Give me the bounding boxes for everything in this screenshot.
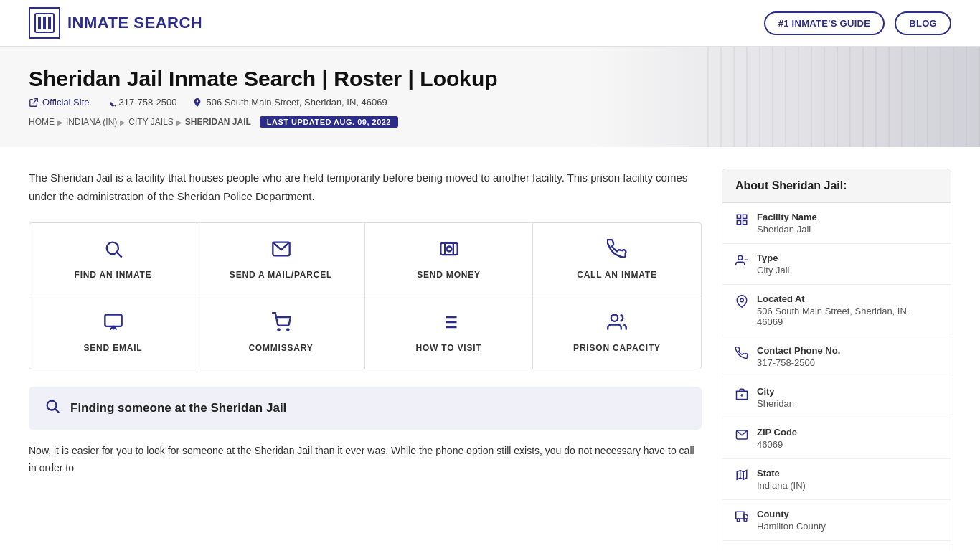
cart-icon [271, 312, 291, 337]
county-icon [735, 510, 748, 527]
contact-phone-label: Contact Phone No. [757, 345, 840, 356]
county-value: Hamilton County [757, 521, 826, 532]
hero-section: Sheridan Jail Inmate Search | Roster | L… [0, 47, 980, 147]
send-email-label: SEND EMAIL [83, 343, 142, 353]
breadcrumb-city-jails[interactable]: CITY JAILS [128, 117, 173, 127]
send-mail-label: SEND A MAIL/PARCEL [230, 270, 332, 280]
breadcrumb-home[interactable]: HOME [29, 117, 55, 127]
grid-icon [735, 213, 748, 230]
commissary-label: COMMISSARY [248, 343, 313, 353]
blog-button[interactable]: BLOG [895, 11, 951, 35]
action-row-1: FIND AN INMATE SEND A MAIL/PARCEL SEND M… [29, 223, 701, 296]
how-to-visit-cell[interactable]: HOW TO VISIT [365, 296, 533, 369]
find-inmate-cell[interactable]: FIND AN INMATE [29, 223, 197, 296]
call-inmate-cell[interactable]: CALL AN INMATE [533, 223, 701, 296]
send-money-cell[interactable]: SEND MONEY [365, 223, 533, 296]
svg-point-4 [106, 242, 118, 254]
header-nav: #1 INMATE'S GUIDE BLOG [764, 11, 951, 35]
send-email-cell[interactable]: SEND EMAIL [29, 296, 197, 369]
type-item: Type City Jail [722, 244, 951, 285]
about-card: About Sheridan Jail: Facility Name Sheri… [722, 169, 951, 551]
facility-name-label: Facility Name [757, 212, 817, 222]
official-site-link-text[interactable]: Official Site [42, 97, 90, 108]
county-content: County Hamilton County [757, 509, 826, 532]
contact-phone-item: Contact Phone No. 317-758-2500 [722, 336, 951, 377]
inmates-guide-button[interactable]: #1 INMATE'S GUIDE [764, 11, 885, 35]
phone-icon [607, 239, 627, 264]
zip-item: ZIP Code 46069 [722, 418, 951, 459]
city-label: City [757, 386, 794, 397]
type-value: City Jail [757, 265, 790, 276]
contact-phone-content: Contact Phone No. 317-758-2500 [757, 345, 840, 368]
svg-rect-3 [48, 17, 51, 29]
phone-number: 317-758-2500 [119, 97, 177, 108]
svg-rect-25 [743, 215, 747, 218]
svg-rect-24 [737, 215, 740, 218]
search-icon [103, 239, 123, 264]
svg-rect-7 [440, 243, 457, 255]
location-value: 506 South Main Street, Sheridan, IN, 460… [757, 306, 938, 327]
facility-name-value: Sheridan Jail [757, 224, 817, 235]
find-inmate-label: FIND AN INMATE [75, 270, 152, 280]
svg-rect-27 [743, 221, 747, 225]
location-label: Located At [757, 293, 938, 304]
prison-capacity-label: PRISON CAPACITY [573, 343, 661, 353]
sidebar: About Sheridan Jail: Facility Name Sheri… [722, 169, 951, 551]
logo[interactable]: INMATE SEARCH [29, 7, 202, 39]
prison-capacity-cell[interactable]: PRISON CAPACITY [533, 296, 701, 369]
action-grid: FIND AN INMATE SEND A MAIL/PARCEL SEND M… [29, 222, 702, 369]
type-content: Type City Jail [757, 253, 790, 276]
state-label: State [757, 468, 806, 479]
svg-rect-11 [105, 315, 121, 326]
zip-content: ZIP Code 46069 [757, 427, 797, 450]
send-mail-cell[interactable]: SEND A MAIL/PARCEL [197, 223, 365, 296]
call-inmate-label: CALL AN INMATE [577, 270, 657, 280]
location-item: Located At 506 South Main Street, Sherid… [722, 285, 951, 336]
svg-point-30 [740, 298, 744, 302]
money-icon [439, 239, 459, 264]
page-header: INMATE SEARCH #1 INMATE'S GUIDE BLOG [0, 0, 980, 47]
svg-marker-39 [744, 514, 748, 519]
state-value: Indiana (IN) [757, 480, 806, 491]
address-info: 506 South Main Street, Sheridan, IN, 460… [192, 97, 387, 108]
svg-point-14 [287, 329, 288, 330]
main-content: The Sheridan Jail is a facility that hou… [29, 169, 702, 551]
breadcrumb-indiana[interactable]: INDIANA (IN) [66, 117, 117, 127]
contact-phone-value: 317-758-2500 [757, 357, 840, 368]
address-text: 506 South Main Street, Sheridan, IN, 460… [206, 97, 387, 108]
state-content: State Indiana (IN) [757, 468, 806, 491]
breadcrumb-current: SHERIDAN JAIL [185, 117, 251, 127]
svg-rect-38 [736, 512, 744, 519]
svg-point-21 [611, 315, 618, 321]
county-label: County [757, 509, 826, 519]
city-value: Sheridan [757, 398, 794, 409]
commissary-cell[interactable]: COMMISSARY [197, 296, 365, 369]
about-header: About Sheridan Jail: [722, 169, 951, 203]
intro-paragraph: The Sheridan Jail is a facility that hou… [29, 169, 702, 205]
svg-point-40 [737, 519, 740, 522]
type-icon [735, 254, 748, 270]
breadcrumb-arrow2: ▶ [120, 118, 126, 126]
location-content: Located At 506 South Main Street, Sherid… [757, 293, 938, 327]
phone-info: 317-758-2500 [105, 97, 177, 108]
state-icon [735, 469, 748, 486]
finding-section: Finding someone at the Sheridan Jail [29, 387, 702, 430]
city-content: City Sheridan [757, 386, 794, 409]
last-updated-badge: LAST UPDATED AUG. 09, 2022 [260, 116, 398, 128]
svg-rect-2 [43, 17, 46, 29]
location-icon [735, 295, 748, 311]
svg-point-22 [47, 401, 57, 410]
send-money-label: SEND MONEY [417, 270, 481, 280]
zip-label: ZIP Code [757, 427, 797, 438]
facility-name-content: Facility Name Sheridan Jail [757, 212, 817, 235]
finding-title: Finding someone at the Sheridan Jail [70, 401, 286, 415]
facility-name-item: Facility Name Sheridan Jail [722, 203, 951, 244]
finding-body-text: Now, it is easier for you to look for so… [29, 443, 702, 477]
svg-line-5 [117, 253, 121, 257]
svg-point-41 [744, 519, 747, 522]
logo-text: INMATE SEARCH [67, 14, 202, 32]
svg-point-28 [738, 255, 743, 260]
list-icon [439, 312, 459, 337]
how-to-visit-label: HOW TO VISIT [415, 343, 481, 353]
official-site-link[interactable]: Official Site [29, 97, 90, 108]
